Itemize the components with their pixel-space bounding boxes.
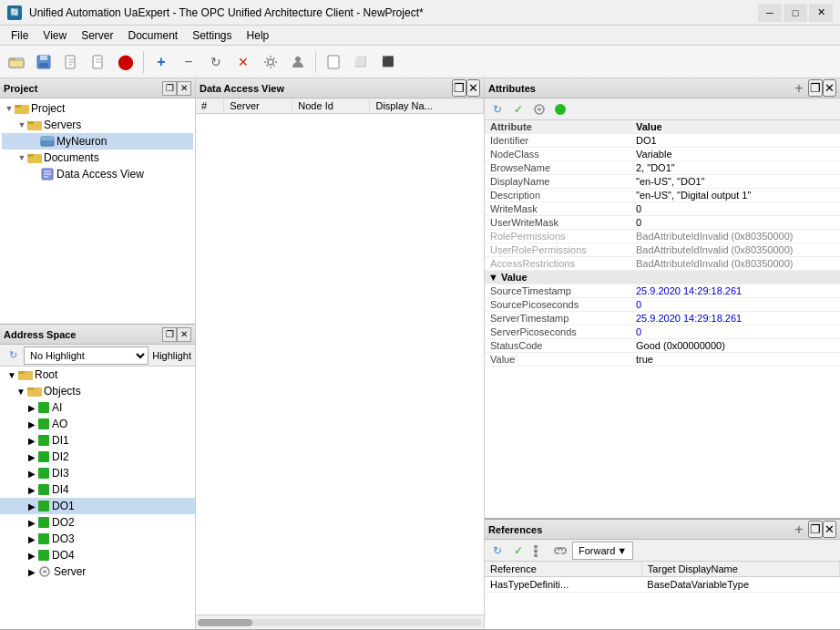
close-button[interactable]: ✕ xyxy=(809,4,833,22)
expand-do3-icon[interactable]: ▶ xyxy=(26,534,38,544)
addr-do1-label: DO1 xyxy=(52,500,75,512)
ao-status-icon xyxy=(38,418,49,429)
expand-di4-icon[interactable]: ▶ xyxy=(26,485,38,495)
delete-button[interactable]: ✕ xyxy=(230,49,256,75)
ref-check-btn[interactable]: ✓ xyxy=(509,542,528,560)
address-panel-title: Address Space xyxy=(4,329,162,340)
val-displayname: "en-US", "DO1" xyxy=(630,175,840,189)
expand-documents[interactable]: ▼ xyxy=(16,152,27,163)
addr-node-do1[interactable]: ▶ DO1 xyxy=(0,498,195,514)
expand-objects-icon[interactable]: ▼ xyxy=(15,387,27,397)
scrollbar-thumb[interactable] xyxy=(198,619,252,626)
attr-close-btn[interactable]: ✕ xyxy=(823,79,836,97)
menu-settings[interactable]: Settings xyxy=(185,27,239,44)
menu-document[interactable]: Document xyxy=(120,27,185,44)
expand-di1-icon[interactable]: ▶ xyxy=(26,436,38,446)
server-addr-icon xyxy=(38,566,51,577)
addr-node-do4[interactable]: ▶ DO4 xyxy=(0,547,195,563)
open-button[interactable] xyxy=(4,49,29,75)
menu-view[interactable]: View xyxy=(36,27,74,44)
expand-server-icon[interactable]: ▶ xyxy=(26,567,38,577)
addr-node-ao[interactable]: ▶ AO xyxy=(0,416,195,432)
ref-close-btn[interactable]: ✕ xyxy=(823,521,836,538)
dav-scrollbar[interactable] xyxy=(196,615,484,629)
stop-button[interactable]: ⬤ xyxy=(113,49,138,75)
dav-close-btn[interactable]: ✕ xyxy=(466,79,480,97)
addr-refresh-btn[interactable]: ↻ xyxy=(4,346,22,365)
settings-button[interactable] xyxy=(258,49,283,75)
highlight-select[interactable]: No Highlight Highlight 1 xyxy=(24,346,149,365)
expand-project[interactable]: ▼ xyxy=(4,103,15,114)
expand-ai-icon[interactable]: ▶ xyxy=(26,403,38,413)
project-close-btn[interactable]: ✕ xyxy=(177,81,191,96)
addr-node-di2[interactable]: ▶ DI2 xyxy=(0,449,195,465)
expand-di2-icon[interactable]: ▶ xyxy=(26,452,38,462)
scrollbar-track[interactable] xyxy=(198,619,482,626)
menu-bar: File View Server Document Settings Help xyxy=(0,26,840,46)
attr-refresh-btn[interactable]: ↻ xyxy=(488,100,507,119)
ref-link-btn[interactable] xyxy=(551,542,569,560)
save-button[interactable] xyxy=(31,49,56,75)
addr-node-do3[interactable]: ▶ DO3 xyxy=(0,531,195,547)
attr-connect-btn[interactable] xyxy=(530,100,548,119)
addr-node-di4[interactable]: ▶ DI4 xyxy=(0,481,195,498)
addr-node-di3[interactable]: ▶ DI3 xyxy=(0,465,195,481)
address-close-btn[interactable]: ✕ xyxy=(177,327,191,342)
menu-help[interactable]: Help xyxy=(240,27,277,44)
refresh-button[interactable]: ↻ xyxy=(203,49,229,75)
tree-item-project[interactable]: ▼ Project xyxy=(2,100,193,117)
expand-myneuron[interactable] xyxy=(29,136,40,147)
doc2-button[interactable]: ⬜ xyxy=(348,49,374,75)
expand-root-icon[interactable]: ▼ xyxy=(5,370,18,380)
addr-node-server[interactable]: ▶ Server xyxy=(0,563,195,580)
tree-item-documents[interactable]: ▼ Documents xyxy=(2,150,193,166)
expand-do2-icon[interactable]: ▶ xyxy=(26,518,38,528)
user-button[interactable] xyxy=(285,49,311,75)
addr-node-objects[interactable]: ▼ Objects xyxy=(0,383,195,399)
tree-item-myneuron[interactable]: MyNeuron xyxy=(2,133,193,150)
forward-chevron-icon: ▼ xyxy=(617,545,627,556)
new-button[interactable] xyxy=(58,49,84,75)
ref-restore-btn[interactable]: ❐ xyxy=(808,521,823,538)
ref-refresh-btn[interactable]: ↻ xyxy=(488,542,507,560)
remove-button[interactable]: − xyxy=(176,49,201,75)
tree-item-dav[interactable]: Data Access View xyxy=(2,166,193,182)
expand-do1-icon[interactable]: ▶ xyxy=(26,501,38,511)
doc-button[interactable] xyxy=(321,49,346,75)
forward-dropdown-btn[interactable]: Forward ▼ xyxy=(572,542,633,560)
menu-server[interactable]: Server xyxy=(74,27,120,44)
highlight-label: Highlight xyxy=(152,350,191,361)
attr-row-sourcets: SourceTimestamp 25.9.2020 14:29:18.261 xyxy=(485,284,840,298)
attr-row-writemask: WriteMask 0 xyxy=(485,202,840,216)
ref-tree-btn[interactable] xyxy=(530,542,548,560)
attr-restore-btn[interactable]: ❐ xyxy=(808,79,823,97)
attr-check-btn[interactable]: ✓ xyxy=(509,100,528,119)
project-restore-btn[interactable]: ❐ xyxy=(162,81,177,96)
add-button[interactable]: + xyxy=(149,49,174,75)
attr-row-header: Attribute Value xyxy=(485,120,840,134)
minimize-button[interactable]: ─ xyxy=(758,4,782,22)
di1-status-icon xyxy=(38,435,49,446)
doc3-button[interactable]: ⬛ xyxy=(375,49,401,75)
addr-node-ai[interactable]: ▶ AI xyxy=(0,399,195,416)
address-restore-btn[interactable]: ❐ xyxy=(162,327,177,342)
expand-di3-icon[interactable]: ▶ xyxy=(26,469,38,479)
val-userroleperm: BadAttributeIdInvalid (0x80350000) xyxy=(630,243,840,257)
title-bar: 🔄 Unified Automation UaExpert - The OPC … xyxy=(0,0,840,26)
attr-row-statuscode: StatusCode Good (0x00000000) xyxy=(485,339,840,353)
dav-restore-btn[interactable]: ❐ xyxy=(452,79,466,97)
maximize-button[interactable]: □ xyxy=(784,4,807,22)
ref-add-btn[interactable]: + xyxy=(790,521,808,539)
tree-item-servers[interactable]: ▼ Servers xyxy=(2,117,193,133)
attr-green-btn[interactable] xyxy=(551,100,569,119)
expand-servers[interactable]: ▼ xyxy=(16,119,27,130)
addr-node-root[interactable]: ▼ Root xyxy=(0,367,195,383)
addr-node-di1[interactable]: ▶ DI1 xyxy=(0,432,195,449)
menu-file[interactable]: File xyxy=(4,27,36,44)
attr-add-btn[interactable]: + xyxy=(790,79,808,98)
expand-ao-icon[interactable]: ▶ xyxy=(26,419,38,429)
expand-do4-icon[interactable]: ▶ xyxy=(26,551,38,561)
edit-button[interactable] xyxy=(86,49,111,75)
attr-row-userwritemask: UserWriteMask 0 xyxy=(485,216,840,230)
addr-node-do2[interactable]: ▶ DO2 xyxy=(0,514,195,531)
